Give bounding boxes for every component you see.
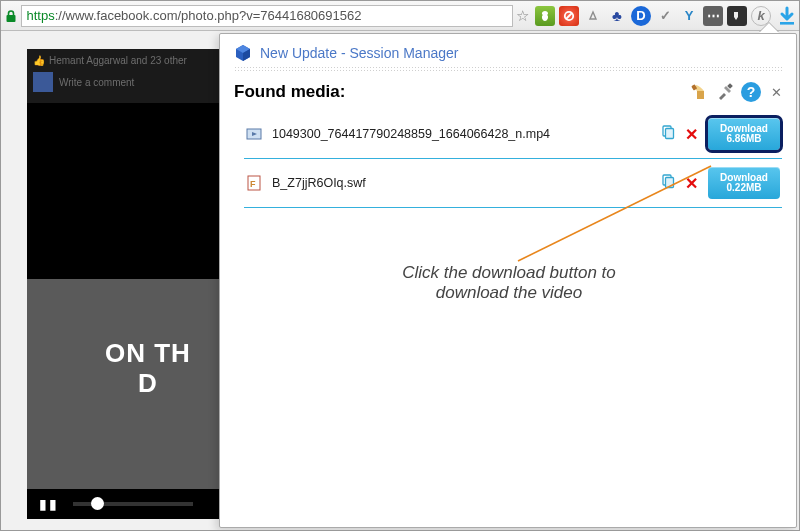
svg-line-2	[566, 13, 572, 19]
background-page: 👍 Hemant Aggarwal and 23 other Write a c…	[27, 49, 219, 519]
video-caption: ON TH D	[27, 339, 191, 429]
extension-icon[interactable]: D	[631, 6, 651, 26]
url-field[interactable]: https://www.facebook.com/photo.php?v=764…	[21, 5, 513, 27]
url-scheme: https	[26, 8, 54, 23]
copy-icon[interactable]	[660, 125, 675, 143]
copy-icon[interactable]	[660, 174, 675, 192]
help-icon[interactable]: ?	[741, 82, 761, 102]
popup-pointer	[759, 23, 779, 33]
download-button[interactable]: Download 0.22MB	[708, 167, 780, 199]
svg-rect-9	[727, 83, 733, 89]
video-area[interactable]: ON TH D	[27, 279, 219, 489]
flash-file-icon: F	[246, 175, 262, 191]
fb-meta-bar: 👍 Hemant Aggarwal and 23 other Write a c…	[27, 49, 219, 103]
svg-rect-3	[780, 22, 794, 25]
media-filename: B_Z7jjR6OIq.swf	[272, 176, 650, 190]
close-icon[interactable]: ✕	[771, 85, 782, 100]
media-filename: 1049300_764417790248859_1664066428_n.mp4	[272, 127, 650, 141]
update-banner[interactable]: New Update - Session Manager	[234, 44, 782, 62]
clear-icon[interactable]	[689, 82, 709, 102]
address-bar: https://www.facebook.com/photo.php?v=764…	[1, 1, 799, 31]
extension-icon[interactable]	[535, 6, 555, 26]
divider	[234, 66, 782, 72]
seek-track[interactable]	[73, 502, 193, 506]
video-controls: ▮▮	[27, 489, 219, 519]
download-size: 6.86MB	[726, 134, 761, 145]
lock-icon	[1, 5, 21, 27]
download-size: 0.22MB	[726, 183, 761, 194]
fb-like-text: Hemant Aggarwal and 23 other	[49, 55, 187, 66]
settings-icon[interactable]	[715, 82, 735, 102]
extension-icon[interactable]: Y	[679, 6, 699, 26]
remove-icon[interactable]: ✕	[685, 125, 698, 144]
popup-tools: ? ✕	[689, 82, 782, 102]
extension-icon[interactable]	[583, 6, 603, 26]
extension-icon[interactable]	[727, 6, 747, 26]
fb-like-row[interactable]: 👍 Hemant Aggarwal and 23 other	[33, 55, 213, 66]
extension-icon[interactable]	[559, 6, 579, 26]
extension-icon[interactable]: ♣	[607, 6, 627, 26]
media-row: 1049300_764417790248859_1664066428_n.mp4…	[244, 110, 782, 159]
svg-rect-0	[7, 15, 16, 22]
avatar	[33, 72, 53, 92]
popup-header: Found media: ? ✕	[234, 82, 782, 102]
svg-rect-7	[697, 91, 704, 99]
svg-rect-13	[666, 129, 674, 139]
remove-icon[interactable]: ✕	[685, 174, 698, 193]
url-path: ://www.facebook.com/photo.php?v=76441680…	[55, 8, 362, 23]
annotation-text: Click the download button to download th…	[369, 263, 649, 303]
extension-icon[interactable]: ✓	[655, 6, 675, 26]
extension-icon[interactable]: ⋯	[703, 6, 723, 26]
video-file-icon	[246, 126, 262, 142]
svg-rect-17	[666, 178, 674, 188]
thumb-icon: 👍	[33, 55, 45, 66]
update-text: New Update - Session Manager	[260, 45, 458, 61]
fb-comment-placeholder: Write a comment	[59, 77, 134, 88]
pause-button[interactable]: ▮▮	[39, 496, 59, 512]
cube-icon	[234, 44, 252, 62]
fb-comment-row[interactable]: Write a comment	[33, 72, 213, 92]
bookmark-star-icon[interactable]: ☆	[513, 7, 531, 25]
svg-text:F: F	[250, 179, 256, 189]
download-button[interactable]: Download 6.86MB	[708, 118, 780, 150]
found-media-label: Found media:	[234, 82, 345, 102]
seek-knob[interactable]	[91, 497, 104, 510]
media-row: F B_Z7jjR6OIq.swf ✕ Download 0.22MB	[244, 159, 782, 208]
